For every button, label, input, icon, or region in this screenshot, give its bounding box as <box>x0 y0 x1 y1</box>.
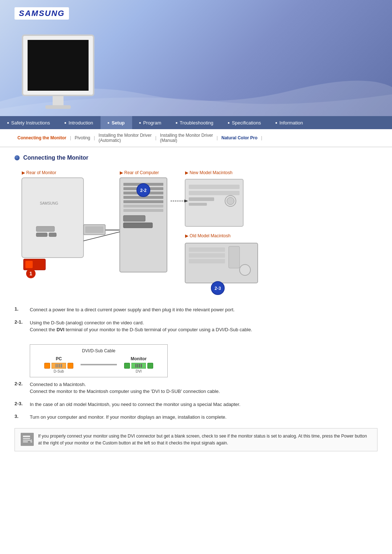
instruction-item-21: 2-1. Using the D-Sub (analog) connector … <box>15 319 377 333</box>
instruction-text-3: Turn on your computer and monitor. If yo… <box>30 414 226 421</box>
svg-text:1: 1 <box>29 271 32 276</box>
pc-label: PC <box>56 356 62 361</box>
instruction-num-21: 2-1. <box>15 319 25 325</box>
pc-connector: PC D-Sub <box>44 356 73 373</box>
svg-rect-40 <box>189 247 225 252</box>
instruction-num-1: 1. <box>15 306 25 312</box>
svg-rect-31 <box>189 191 240 195</box>
dvi-cable-row: PC D-Sub Monito <box>36 356 162 373</box>
nav-troubleshooting[interactable]: Troubleshooting <box>168 116 221 129</box>
svg-point-44 <box>240 264 250 275</box>
svg-point-35 <box>227 197 234 205</box>
sub-nav-driver-manual[interactable]: Installing the Monitor Driver(Manual) <box>157 132 216 144</box>
nav-information[interactable]: Information <box>268 116 310 129</box>
svg-text:2-3: 2-3 <box>215 286 221 291</box>
svg-rect-3 <box>36 226 54 231</box>
svg-text:▶ Rear of Computer: ▶ Rear of Computer <box>120 170 159 175</box>
dvi-label: DVI <box>136 369 142 373</box>
section-title: Connecting the Monitor <box>15 155 377 161</box>
section-title-dot <box>15 155 20 160</box>
svg-text:SAMSUNG: SAMSUNG <box>40 201 58 205</box>
instruction-text-23: In the case of an old model Macintosh, y… <box>30 401 240 408</box>
note-box: If you properly connect your monitor usi… <box>15 428 377 451</box>
note-icon <box>21 433 34 446</box>
instruction-text-22: Connected to a Macintosh. Connect the mo… <box>30 381 220 395</box>
svg-rect-12 <box>85 226 103 233</box>
instruction-item-1: 1. Connect a power line to a direct curr… <box>15 306 377 313</box>
monitor-connector: Monitor DVI <box>124 356 153 373</box>
instruction-list: 1. Connect a power line to a direct curr… <box>15 306 377 333</box>
hero-banner: SAMSUNG <box>0 0 392 116</box>
svg-rect-50 <box>23 438 30 439</box>
diagram-svg: ▶ Rear of Monitor SAMSUNG 1 2-1 <box>15 168 377 299</box>
instruction-text-21: Using the D-Sub (analog) connector on th… <box>30 319 252 333</box>
connection-diagram: ▶ Rear of Monitor SAMSUNG 1 2-1 <box>15 168 377 299</box>
instruction-num-23: 2-3. <box>15 401 25 406</box>
instruction-item-23: 2-3. In the case of an old model Macinto… <box>15 401 377 408</box>
instruction-text-1: Connect a power line to a direct current… <box>30 306 234 313</box>
svg-text:▶ New Model Macintosh: ▶ New Model Macintosh <box>185 170 232 175</box>
sub-nav-driver-auto[interactable]: Installing the Monitor Driver(Automatic) <box>96 132 155 144</box>
svg-text:2-2: 2-2 <box>140 188 147 193</box>
instruction-item-3: 3. Turn on your computer and monitor. If… <box>15 414 377 421</box>
sub-nav: Connecting the Monitor | Pivoting | Inst… <box>0 129 392 147</box>
svg-rect-33 <box>189 203 207 206</box>
note-text: If you properly connect your monitor usi… <box>38 433 371 447</box>
svg-rect-24 <box>123 216 145 221</box>
sub-nav-connecting[interactable]: Connecting the Monitor <box>15 135 69 141</box>
svg-text:▶ Rear of Monitor: ▶ Rear of Monitor <box>22 170 56 175</box>
svg-rect-25 <box>123 223 152 228</box>
svg-rect-23 <box>123 209 163 212</box>
dvi-title: DVI/D-Sub Cable <box>36 348 162 353</box>
svg-rect-42 <box>189 259 225 263</box>
instruction-num-3: 3. <box>15 414 25 419</box>
svg-rect-4 <box>36 233 47 237</box>
svg-rect-51 <box>23 440 30 440</box>
svg-rect-30 <box>189 185 240 189</box>
dsub-label: D-Sub <box>54 369 64 373</box>
nav-safety[interactable]: Safety Instructions <box>0 116 57 129</box>
section-title-text: Connecting the Monitor <box>23 155 89 161</box>
svg-text:▶ Old Model Macintosh: ▶ Old Model Macintosh <box>185 233 230 238</box>
svg-rect-32 <box>189 197 214 201</box>
svg-rect-41 <box>189 253 225 258</box>
nav-introduction[interactable]: Introduction <box>57 116 101 129</box>
monitor-illustration <box>22 34 94 109</box>
main-nav: Safety Instructions Introduction Setup P… <box>0 116 392 129</box>
svg-rect-7 <box>25 261 33 268</box>
svg-rect-49 <box>23 436 30 437</box>
sub-nav-pivoting[interactable]: Pivoting <box>72 135 93 141</box>
svg-rect-22 <box>123 205 163 208</box>
svg-rect-5 <box>49 233 56 237</box>
svg-rect-43 <box>229 246 240 268</box>
svg-rect-21 <box>123 200 163 203</box>
svg-rect-48 <box>21 433 34 446</box>
samsung-logo: SAMSUNG <box>15 7 69 20</box>
nav-specifications[interactable]: Specifications <box>221 116 268 129</box>
dvi-cable-diagram: DVI/D-Sub Cable PC D-Sub <box>30 344 168 377</box>
instruction-num-22: 2-2. <box>15 381 25 386</box>
nav-program[interactable]: Program <box>132 116 169 129</box>
main-content: Connecting the Monitor ▶ Rear of Monitor… <box>0 147 392 459</box>
instruction-list-2: 2-2. Connected to a Macintosh. Connect t… <box>15 381 377 421</box>
nav-setup[interactable]: Setup <box>101 116 132 129</box>
svg-rect-1 <box>22 178 83 258</box>
monitor-label: Monitor <box>131 356 147 361</box>
instruction-item-22: 2-2. Connected to a Macintosh. Connect t… <box>15 381 377 395</box>
cable-line <box>81 364 117 365</box>
sub-nav-natural-color[interactable]: Natural Color Pro <box>219 135 260 141</box>
svg-rect-52 <box>23 442 28 442</box>
